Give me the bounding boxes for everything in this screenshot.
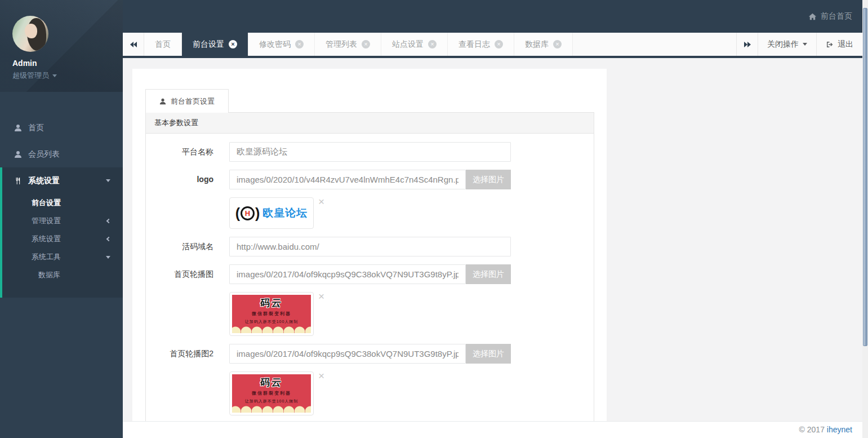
carousel-1-path-input[interactable] xyxy=(229,264,466,284)
vertical-scrollbar[interactable] xyxy=(862,0,868,438)
scrollbar-thumb[interactable] xyxy=(863,8,867,346)
logo-paren-close: ) xyxy=(255,206,260,220)
field-label: 活码域名 xyxy=(146,237,213,256)
sidebar-item-home[interactable]: 首页 xyxy=(0,114,123,141)
profile-name: Admin xyxy=(12,59,123,68)
scroll-tabs-right-button[interactable] xyxy=(736,33,758,56)
tab-admin-list[interactable]: 管理列表 × xyxy=(315,33,381,56)
logo-image: ( H ) 欧皇论坛 xyxy=(232,200,311,226)
banner-subtitle: 微信群裂变利器 xyxy=(232,390,311,396)
sidebar-item-label: 首页 xyxy=(28,123,44,133)
close-operations-dropdown[interactable]: 关闭操作 xyxy=(758,33,816,56)
sidebar-subitem-frontend-settings[interactable]: 前台设置 xyxy=(2,194,123,212)
close-operations-label: 关闭操作 xyxy=(767,39,799,50)
pick-image-button[interactable]: 选择图片 xyxy=(466,344,511,364)
close-tab-icon[interactable]: × xyxy=(229,40,237,48)
logo-preview: ( H ) 欧皇论坛 xyxy=(229,197,314,229)
platform-name-input[interactable] xyxy=(229,142,511,162)
close-tab-icon[interactable]: × xyxy=(362,40,370,48)
sidebar-subitem-admin-settings[interactable]: 管理设置 xyxy=(2,212,123,230)
logout-button[interactable]: 退出 xyxy=(816,33,862,56)
logo-paren-open: ( xyxy=(235,206,240,220)
tab-label: 修改密码 xyxy=(259,39,291,50)
sidebar-subitem-label: 系统工具 xyxy=(32,252,61,262)
tab-change-password[interactable]: 修改密码 × xyxy=(248,33,315,56)
chevron-left-icon xyxy=(106,219,111,223)
tab-label: 管理列表 xyxy=(326,39,357,50)
close-tab-icon[interactable]: × xyxy=(553,40,562,48)
sidebar-item-system-settings[interactable]: 系统设置 xyxy=(2,167,123,194)
logo-monogram: H xyxy=(241,206,255,220)
field-label: logo xyxy=(146,170,213,189)
avatar[interactable] xyxy=(12,16,48,52)
caret-down-icon xyxy=(106,179,110,182)
user-icon xyxy=(14,124,22,132)
field-label: 首页轮播图2 xyxy=(146,344,213,364)
tab-frontend-home-settings[interactable]: 前台首页设置 xyxy=(145,89,229,113)
carousel-1-preview-row: 码云 微信群裂变利器 让加码入群不受100人限制 × xyxy=(229,292,594,336)
carousel-banner-image: 码云 微信群裂变利器 让加码入群不受100人限制 xyxy=(232,374,311,413)
tab-spacer xyxy=(573,33,736,56)
sidebar-subitem-database[interactable]: 数据库 xyxy=(2,266,123,284)
breadcrumb[interactable]: 前台首页 xyxy=(808,11,852,21)
double-chevron-left-icon xyxy=(130,42,137,47)
pick-image-button[interactable]: 选择图片 xyxy=(466,170,511,189)
tab-bar: 首页 前台设置 × 修改密码 × 管理列表 × 站点设置 × 查看日志 × 数据… xyxy=(123,33,862,58)
remove-image-icon[interactable]: × xyxy=(318,371,324,381)
close-tab-icon[interactable]: × xyxy=(495,40,503,48)
user-icon xyxy=(14,151,22,158)
banner-title: 码云 xyxy=(232,297,311,309)
cutlery-icon xyxy=(14,177,22,185)
top-header: 前台首页 xyxy=(123,0,868,33)
pick-image-button[interactable]: 选择图片 xyxy=(466,264,511,284)
profile-role-dropdown[interactable]: 超级管理员 xyxy=(12,70,123,81)
sign-out-icon xyxy=(826,41,834,48)
carousel-1-preview: 码云 微信群裂变利器 让加码入群不受100人限制 xyxy=(229,292,314,336)
tab-view-logs[interactable]: 查看日志 × xyxy=(448,33,514,56)
banner-caption: 让加码入群不受100人限制 xyxy=(232,319,311,325)
footer-brand-link[interactable]: iheynet xyxy=(827,425,852,434)
remove-image-icon[interactable]: × xyxy=(318,197,324,206)
tab-label: 查看日志 xyxy=(459,39,490,50)
logo-path-input[interactable] xyxy=(229,170,466,189)
sidebar-item-members[interactable]: 会员列表 xyxy=(0,141,123,167)
panel-tab-label: 前台首页设置 xyxy=(171,96,215,107)
carousel-2-path-input[interactable] xyxy=(229,344,466,364)
breadcrumb-label: 前台首页 xyxy=(821,11,852,21)
profile-block: Admin 超级管理员 xyxy=(0,0,123,92)
form-group-logo: logo 选择图片 xyxy=(146,170,594,189)
remove-image-icon[interactable]: × xyxy=(318,292,324,301)
main-content: 前台首页设置 基本参数设置 平台名称 logo xyxy=(123,58,862,421)
sidebar: Admin 超级管理员 首页 会员列表 系统设置 xyxy=(0,0,123,438)
sidebar-subitem-label: 管理设置 xyxy=(32,216,61,226)
banner-title: 码云 xyxy=(232,376,311,389)
logout-label: 退出 xyxy=(838,39,853,50)
banner-clouds-decoration xyxy=(232,406,311,413)
caret-down-icon xyxy=(803,43,807,46)
live-code-domain-input[interactable] xyxy=(229,237,511,256)
scroll-tabs-left-button[interactable] xyxy=(123,33,144,56)
tab-home[interactable]: 首页 xyxy=(144,33,182,56)
tab-label: 首页 xyxy=(155,39,171,50)
tab-site-settings[interactable]: 站点设置 × xyxy=(381,33,448,56)
close-tab-icon[interactable]: × xyxy=(295,40,304,48)
home-icon xyxy=(808,12,817,21)
sidebar-item-label: 会员列表 xyxy=(28,149,60,160)
tab-database[interactable]: 数据库 × xyxy=(514,33,573,56)
settings-card: 前台首页设置 基本参数设置 平台名称 logo xyxy=(132,69,607,421)
sidebar-subitem-system-settings[interactable]: 系统设置 xyxy=(2,230,123,248)
carousel-2-preview-row: 码云 微信群裂变利器 让加码入群不受100人限制 × xyxy=(229,371,594,415)
sidebar-group-system-settings: 系统设置 前台设置 管理设置 系统设置 系统工具 xyxy=(0,167,123,298)
sidebar-subitem-label: 数据库 xyxy=(38,270,60,280)
profile-role-label: 超级管理员 xyxy=(12,70,49,81)
tab-frontend-settings[interactable]: 前台设置 × xyxy=(182,33,248,56)
user-icon xyxy=(159,98,166,105)
banner-subtitle: 微信群裂变利器 xyxy=(232,311,311,317)
banner-clouds-decoration xyxy=(232,326,311,333)
sidebar-subitem-system-tools[interactable]: 系统工具 xyxy=(2,248,123,266)
tab-label: 数据库 xyxy=(525,39,549,50)
section-title: 基本参数设置 xyxy=(146,113,594,134)
close-tab-icon[interactable]: × xyxy=(428,40,437,48)
sidebar-item-label: 系统设置 xyxy=(28,176,60,186)
sidebar-subitem-label: 前台设置 xyxy=(32,198,61,208)
